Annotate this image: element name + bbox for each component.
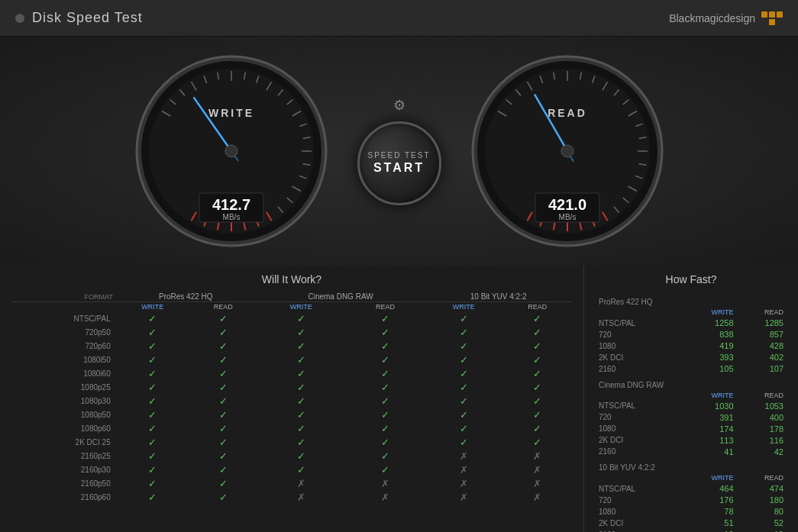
work-cell: ✓	[425, 435, 502, 449]
work-cell: ✓	[257, 353, 346, 366]
format-label: 1080p50	[11, 408, 115, 421]
fast-format-label: 720	[596, 411, 680, 423]
work-cell: ✓	[346, 366, 425, 380]
fast-write-value: 1030	[680, 400, 736, 411]
work-cell: ✓	[425, 366, 502, 380]
work-cell: ✓	[425, 380, 502, 394]
work-cell: ✓	[502, 311, 572, 325]
work-cell: ✓	[502, 325, 572, 339]
fast-write-value: 51	[680, 517, 736, 529]
work-cell: ✓	[190, 449, 257, 463]
format-label: 1080p30	[11, 394, 115, 408]
fast-table-row: 21601819	[596, 529, 787, 533]
cdng-read-header: READ	[346, 302, 425, 312]
work-table-row: 2160p25✓✓✓✓✗✗	[11, 449, 572, 463]
work-cell: ✓	[425, 394, 502, 408]
work-table-row: 2K DCI 25✓✓✓✓✓✓	[11, 435, 572, 449]
work-cell: ✗	[502, 463, 572, 476]
fast-read-value: 52	[737, 517, 787, 529]
settings-icon[interactable]: ⚙	[393, 97, 405, 114]
fast-write-value: 1258	[680, 318, 736, 329]
fast-table-row: 720176180	[596, 495, 787, 506]
format-label: 720p50	[11, 325, 115, 339]
work-cell: ✓	[425, 421, 502, 435]
work-cell: ✓	[257, 311, 346, 325]
work-table-row: 1080p30✓✓✓✓✓✓	[11, 394, 572, 408]
work-cell: ✓	[502, 435, 572, 449]
brand-dot-2	[769, 11, 775, 18]
brand-name: Blackmagicdesign	[669, 12, 755, 24]
work-cell: ✓	[257, 394, 346, 408]
svg-point-74	[561, 145, 573, 157]
work-cell: ✓	[190, 311, 257, 325]
fast-write-value: 464	[680, 483, 736, 495]
write-gauge: WRITE 412.7 MB/s	[124, 44, 338, 258]
work-cell: ✓	[502, 408, 572, 421]
fast-read-value: 1053	[737, 400, 787, 411]
fast-table: Cinema DNG RAWWRITEREADNTSC/PAL103010537…	[596, 375, 787, 458]
work-cell: ✗	[425, 490, 502, 504]
work-cell: ✓	[115, 339, 190, 353]
app-title: Disk Speed Test	[32, 10, 143, 26]
brand-dot-4	[761, 19, 767, 25]
fast-table-row: 21604142	[596, 446, 787, 457]
app-window: Disk Speed Test Blackmagicdesign	[0, 0, 798, 532]
svg-point-35	[225, 145, 237, 157]
how-fast-content: ProRes 422 HQWRITEREADNTSC/PAL1258128572…	[596, 292, 787, 532]
fast-format-label: 2160	[596, 529, 680, 533]
work-cell: ✓	[346, 408, 425, 421]
format-label: NTSC/PAL	[11, 311, 115, 325]
work-cell: ✗	[425, 449, 502, 463]
work-cell: ✓	[346, 421, 425, 435]
work-cell: ✓	[257, 366, 346, 380]
work-cell: ✓	[425, 353, 502, 366]
work-cell: ✓	[257, 421, 346, 435]
start-button[interactable]: SPEED TEST START	[357, 121, 441, 205]
fast-write-value: 419	[680, 340, 736, 352]
fast-format-label: 720	[596, 329, 680, 340]
work-table-row: 2160p30✓✓✓✓✗✗	[11, 463, 572, 476]
work-cell: ✓	[346, 463, 425, 476]
fast-read-value: 1285	[737, 318, 787, 329]
work-cell: ✓	[425, 325, 502, 339]
work-table-row: 1080p60✓✓✓✓✓✓	[11, 421, 572, 435]
format-label: 1080p60	[11, 421, 115, 435]
format-label: 2160p30	[11, 463, 115, 476]
work-cell: ✓	[190, 435, 257, 449]
format-label: 1080p25	[11, 380, 115, 394]
work-cell: ✓	[190, 353, 257, 366]
will-it-work-panel: Will It Work? FORMAT ProRes 422 HQ Cinem…	[0, 266, 584, 532]
work-cell: ✓	[115, 435, 190, 449]
work-cell: ✓	[346, 339, 425, 353]
work-cell: ✓	[346, 449, 425, 463]
fast-col-labels: WRITEREAD	[596, 473, 787, 483]
close-button[interactable]	[15, 14, 24, 23]
read-col-label: READ	[737, 390, 787, 400]
fast-read-value: 107	[737, 363, 787, 375]
work-cell: ✓	[190, 476, 257, 490]
work-cell: ✓	[502, 353, 572, 366]
work-cell: ✓	[257, 449, 346, 463]
work-cell: ✓	[346, 380, 425, 394]
fast-col-labels: WRITEREAD	[596, 390, 787, 400]
fast-table-row: NTSC/PAL10301053	[596, 400, 787, 411]
work-table-row: 1080i60✓✓✓✓✓✓	[11, 366, 572, 380]
brand-dot-1	[761, 11, 767, 18]
fast-table-row: 10807880	[596, 506, 787, 517]
fast-table-row: 2K DCI113116	[596, 434, 787, 446]
work-cell: ✗	[425, 463, 502, 476]
fast-read-value: 474	[737, 483, 787, 495]
work-cell: ✓	[190, 408, 257, 421]
fast-table-row: 720838857	[596, 329, 787, 340]
work-cell: ✗	[425, 476, 502, 490]
work-cell: ✓	[425, 311, 502, 325]
work-cell: ✓	[502, 339, 572, 353]
format-label: 720p60	[11, 339, 115, 353]
work-cell: ✓	[257, 325, 346, 339]
work-cell: ✓	[257, 380, 346, 394]
work-cell: ✓	[346, 353, 425, 366]
prores-read-header: READ	[190, 302, 257, 312]
svg-text:412.7: 412.7	[212, 196, 250, 213]
svg-text:MB/s: MB/s	[558, 213, 576, 221]
work-cell: ✓	[502, 380, 572, 394]
